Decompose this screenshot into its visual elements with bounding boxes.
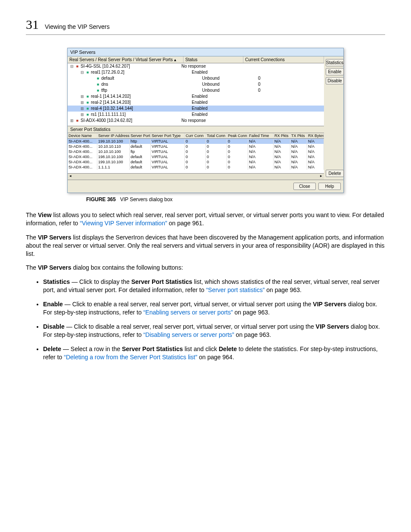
- port-icon: ■: [85, 100, 90, 106]
- server-icon: ■: [75, 63, 80, 69]
- delete-button[interactable]: Delete: [326, 170, 344, 177]
- stats-row[interactable]: SI-ADX-400...198.10.10.100defaultVIRTUAL…: [68, 154, 324, 159]
- statistics-button[interactable]: Statistics: [326, 59, 344, 66]
- col-curr-conn[interactable]: Curr Conn: [185, 133, 206, 138]
- tree-row-status: Enabled: [192, 69, 248, 75]
- vip-servers-dialog: VIP Servers Real Servers / Real Server P…: [67, 48, 344, 193]
- tree-row-status: Enabled: [192, 112, 248, 118]
- stats-row[interactable]: SI-ADX-400...199.10.10.100httpVIRTUAL000…: [68, 139, 324, 144]
- paragraph-view-list: The View list allows you to select which…: [26, 211, 385, 227]
- col-server-port[interactable]: Server Port: [130, 133, 151, 138]
- expand-icon[interactable]: ⊟: [69, 63, 74, 69]
- tree-row[interactable]: ■dnsUnbound0: [68, 81, 324, 87]
- col-tx-pkts[interactable]: TX Pkts: [290, 133, 307, 138]
- server-tree[interactable]: ⊟■SI-4G-SSL [10.24.62.207]No response⊟■r…: [68, 63, 324, 126]
- col-total-conn[interactable]: Total Conn: [206, 133, 227, 138]
- expand-icon[interactable]: ⊞: [80, 100, 84, 106]
- stats-row[interactable]: SI-ADX-400...10.10.10.110defaultVIRTUAL0…: [68, 144, 324, 149]
- stats-panel-title: Server Port Statistics: [68, 126, 324, 133]
- tree-row-label: default: [101, 76, 114, 81]
- tree-row[interactable]: ■tftpUnbound0: [68, 87, 324, 93]
- bullet-statistics: Statistics — Click to display the Server…: [43, 278, 385, 294]
- link-server-port-statistics[interactable]: “Server port statistics”: [206, 286, 265, 293]
- link-enabling-servers[interactable]: “Enabling servers or server ports”: [143, 309, 233, 316]
- tree-row[interactable]: ■defaultUnbound0: [68, 75, 324, 81]
- figure-caption: FIGURE 365 VIP Servers dialog box: [86, 196, 385, 202]
- col-status[interactable]: Status: [184, 56, 243, 63]
- bullet-disable: Disable — Click to disable a real server…: [43, 323, 385, 339]
- tree-row-label: dns: [101, 82, 108, 87]
- col-device-name[interactable]: Device Name: [68, 133, 97, 138]
- tree-column-headers: Real Servers / Real Server Ports / Virtu…: [68, 56, 324, 63]
- tree-row[interactable]: ⊞■rs1 [11.11.111.11]Enabled: [68, 112, 324, 118]
- port-icon: ■: [96, 81, 100, 87]
- stats-row[interactable]: SI-ADX-400...199.10.10.100defaultVIRTUAL…: [68, 159, 324, 165]
- tree-row-conn: [237, 118, 324, 124]
- close-button[interactable]: Close: [293, 183, 316, 190]
- tree-row[interactable]: ⊟■real1 [172.26.0.2]Enabled: [68, 69, 324, 75]
- tree-row-conn: 0: [258, 81, 324, 87]
- expand-icon[interactable]: ⊟: [80, 69, 84, 75]
- port-icon: ■: [85, 106, 90, 112]
- tree-row-conn: 0: [258, 75, 324, 81]
- tree-row[interactable]: ⊟■SI-4G-SSL [10.24.62.207]No response: [68, 63, 324, 69]
- col-server-ip[interactable]: Server IP Address: [97, 133, 130, 138]
- tree-row[interactable]: ⊞■real-4 [10.32.144.144]Enabled: [68, 106, 324, 112]
- col-rx-pkts[interactable]: RX Pkts: [274, 133, 290, 138]
- tree-row-conn: [248, 112, 324, 118]
- enable-button[interactable]: Enable: [326, 68, 344, 75]
- port-icon: ■: [85, 93, 90, 100]
- disable-button[interactable]: Disable: [326, 77, 344, 84]
- tree-row-label: SI-4G-SSL [10.24.62.207]: [81, 64, 130, 68]
- col-current-connections[interactable]: Current Connections: [243, 56, 324, 63]
- col-failed-time[interactable]: Failed Time: [248, 133, 274, 138]
- tree-row-conn: [248, 93, 324, 100]
- tree-row-status: Unbound: [202, 75, 258, 81]
- stats-row[interactable]: SI-ADX-400...1.1.1.1defaultVIRTUAL000N/A…: [68, 165, 324, 170]
- paragraph-vip-servers-list: The VIP Servers list displays the Server…: [26, 233, 385, 258]
- col-server-port-type[interactable]: Server Port Type: [151, 133, 185, 138]
- expand-icon[interactable]: ⊞: [80, 93, 84, 100]
- horizontal-scrollbar[interactable]: [68, 173, 324, 180]
- col-rx-bytes[interactable]: RX Bytes: [307, 133, 324, 138]
- tree-row-conn: [248, 106, 324, 112]
- link-deleting-row[interactable]: “Deleting a row from the Server Port Sta…: [64, 354, 197, 361]
- tree-row[interactable]: ⊞■real-1 [14.14.14.202]Enabled: [68, 93, 324, 100]
- tree-row[interactable]: ⊞■real-2 [14.14.14.203]Enabled: [68, 100, 324, 106]
- link-disabling-servers[interactable]: “Disabling servers or server ports”: [143, 331, 234, 338]
- bullet-delete: Delete — Select a row in the Server Port…: [43, 345, 385, 361]
- expand-icon[interactable]: ⊞: [80, 112, 84, 118]
- tree-row-status: Enabled: [192, 106, 248, 112]
- tree-row-status: Enabled: [192, 100, 248, 106]
- server-icon: ■: [75, 118, 80, 124]
- page-header: 31 Viewing the VIP Servers: [26, 17, 385, 35]
- tree-row-status: Unbound: [202, 81, 258, 87]
- stats-row[interactable]: SI-ADX-400...10.10.10.100ftpVIRTUAL000N/…: [68, 149, 324, 154]
- tree-row-label: real1 [172.26.0.2]: [91, 70, 125, 75]
- link-viewing-vip-server-info[interactable]: “Viewing VIP Server information”: [80, 220, 167, 227]
- col-peak-conn[interactable]: Peak Conn: [227, 133, 248, 138]
- tree-row-label: SI-ADX-4000 [10.24.62.82]: [81, 118, 132, 123]
- expand-icon[interactable]: ⊞: [80, 106, 84, 112]
- col-real-servers[interactable]: Real Servers / Real Server Ports / Virtu…: [68, 56, 184, 63]
- expand-icon[interactable]: [90, 81, 95, 87]
- tree-row[interactable]: ⊞■SI-ADX-4000 [10.24.62.82]No response: [68, 118, 324, 124]
- expand-icon[interactable]: [90, 75, 95, 81]
- expand-icon[interactable]: ⊞: [69, 118, 74, 124]
- chapter-number: 31: [26, 17, 39, 32]
- tree-row-label: real-4 [10.32.144.144]: [91, 106, 133, 111]
- stats-table-body[interactable]: SI-ADX-400...199.10.10.100httpVIRTUAL000…: [68, 139, 324, 173]
- expand-icon[interactable]: [90, 87, 95, 93]
- tree-row-label: real-1 [14.14.14.202]: [91, 94, 131, 99]
- tree-row-conn: [237, 63, 324, 69]
- figure-text: VIP Servers dialog box: [120, 196, 173, 202]
- tree-row-conn: 0: [258, 87, 324, 93]
- help-button[interactable]: Help: [318, 183, 341, 190]
- bullet-enable: Enable — Click to enable a real server, …: [43, 300, 385, 317]
- tree-row-label: rs1 [11.11.111.11]: [91, 112, 126, 117]
- tree-row-label: real-2 [14.14.14.203]: [91, 100, 131, 105]
- tree-row-conn: [248, 69, 324, 75]
- dialog-title: VIP Servers: [68, 48, 343, 56]
- tree-row-status: Unbound: [202, 87, 258, 93]
- page-title: Viewing the VIP Servers: [45, 23, 109, 30]
